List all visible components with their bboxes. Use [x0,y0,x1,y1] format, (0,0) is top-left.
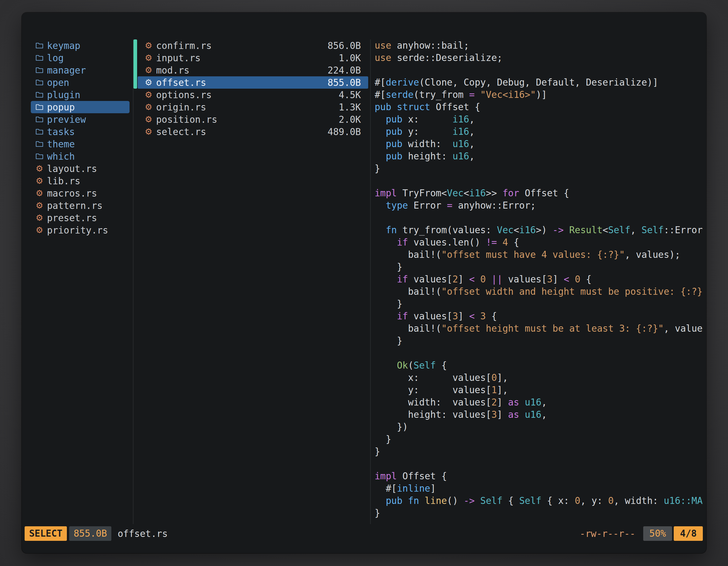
code-line: if values[3] < 3 { [375,310,706,322]
code-line: pub y: i16, [375,126,706,138]
code-token: fn [375,225,397,236]
code-token [519,397,525,408]
code-token: < [464,188,469,199]
parent-item-open[interactable]: open [31,76,130,89]
code-line: #[derive(Clone, Copy, Debug, Default, De… [375,76,706,89]
visual-select-marker [133,39,137,89]
code-token: u16 [525,409,541,420]
current-item-select-rs[interactable]: ⚙select.rs489.0B [138,126,368,138]
rust-file-icon: ⚙ [35,177,44,185]
parent-item-tasks[interactable]: tasks [31,126,130,138]
current-item-offset-rs[interactable]: ⚙offset.rs855.0B [138,76,368,89]
code-token: = [469,89,475,100]
code-token: )] [536,89,547,100]
file-label: lib.rs [47,176,80,187]
code-token: ] [497,397,508,408]
parent-item-layout-rs[interactable]: ⚙layout.rs [31,163,130,175]
code-line: impl Offset { [375,470,706,482]
panes-container: keymaplogmanageropenpluginpopuppreviewta… [22,39,706,524]
parent-item-theme[interactable]: theme [31,138,130,150]
parent-item-pattern-rs[interactable]: ⚙pattern.rs [31,200,130,212]
code-line [375,458,706,470]
file-size: 856.0B [328,40,361,51]
code-line: if values[2] < 0 || values[3] < 0 { [375,273,706,285]
file-size: 489.0B [328,126,361,137]
code-token: pub [375,114,402,125]
folder-icon [35,140,44,148]
code-token: Self [608,225,630,236]
current-item-mod-rs[interactable]: ⚙mod.rs224.0B [138,64,368,76]
current-item-input-rs[interactable]: ⚙input.rs1.0K [138,52,368,64]
code-token: if [397,274,408,285]
code-token: 4 [502,237,508,248]
parent-item-which[interactable]: which [31,150,130,163]
rust-file-icon: ⚙ [35,201,44,210]
code-line [375,175,706,187]
code-token: ] [430,483,436,494]
parent-item-preview[interactable]: preview [31,113,130,126]
code-line: pub fn line() -> Self { Self { x: 0, y: … [375,495,706,507]
parent-item-priority-rs[interactable]: ⚙priority.rs [31,224,130,236]
desktop-background: keymaplogmanageropenpluginpopuppreviewta… [0,0,728,566]
code-line: } [375,163,706,175]
code-token: i16 [519,225,536,236]
code-token: , width: [614,495,664,506]
code-token: if [397,311,408,321]
current-pane: ⚙confirm.rs856.0B⚙input.rs1.0K⚙mod.rs224… [133,39,371,524]
parent-item-macros-rs[interactable]: ⚙macros.rs [31,187,130,200]
file-label: priority.rs [47,225,108,236]
code-token [475,311,480,321]
code-token: } [375,434,391,445]
current-file-list: ⚙confirm.rs856.0B⚙input.rs1.0K⚙mod.rs224… [133,39,370,138]
rust-file-icon: ⚙ [35,214,44,222]
code-token: } [375,446,380,457]
code-token: width: values[ [375,397,491,408]
code-token: { [580,274,591,285]
current-item-position-rs[interactable]: ⚙position.rs2.0K [138,113,368,126]
code-token: { x: [541,495,575,506]
parent-item-plugin[interactable]: plugin [31,89,130,101]
parent-item-popup[interactable]: popup [31,101,130,113]
code-token: #[ [375,89,386,100]
code-token: 3 [491,409,497,420]
code-token: ] [497,409,508,420]
code-token: pub [375,126,402,137]
code-token: values[ [408,311,452,321]
app-window: keymaplogmanageropenpluginpopuppreviewta… [22,13,706,553]
parent-item-preset-rs[interactable]: ⚙preset.rs [31,212,130,224]
code-token: , values); [625,249,680,260]
code-token: anyhow::Error; [452,200,536,211]
code-line: if values.len() != 4 { [375,236,706,249]
preview-pane: use anyhow::bail;use serde::Deserialize;… [371,39,706,524]
code-token: try_from(values: [397,225,497,236]
code-token [475,495,480,506]
dir-label: keymap [47,40,80,51]
code-token: Self [642,225,664,236]
code-token: Offset { [519,188,569,199]
code-token: , [541,397,547,408]
code-token: u16 [452,139,469,149]
file-size: 1.0K [339,53,361,64]
code-line: x: values[0], [375,372,706,384]
parent-item-keymap[interactable]: keymap [31,39,130,52]
current-item-confirm-rs[interactable]: ⚙confirm.rs856.0B [138,39,368,52]
code-token [375,237,397,248]
code-token: ( [408,360,414,371]
code-token: 0 [480,274,486,285]
file-name: options.rs [156,90,212,100]
code-token: , value [664,323,703,334]
status-bar: SELECT 855.0B offset.rs -rw-r--r-- 50% 4… [25,526,703,541]
code-token: , [469,139,475,149]
code-token: pub fn [375,495,419,506]
parent-item-manager[interactable]: manager [31,64,130,76]
code-token: bail!( [375,249,441,260]
code-line: bail!("offset width and height must be p… [375,285,706,298]
code-token: line [425,495,447,506]
code-token: y: [402,126,452,137]
parent-item-log[interactable]: log [31,52,130,64]
code-token: height: [402,151,452,162]
current-item-options-rs[interactable]: ⚙options.rs4.5K [138,89,368,101]
parent-item-lib-rs[interactable]: ⚙lib.rs [31,175,130,187]
code-line: } [375,445,706,458]
current-item-origin-rs[interactable]: ⚙origin.rs1.3K [138,101,368,113]
